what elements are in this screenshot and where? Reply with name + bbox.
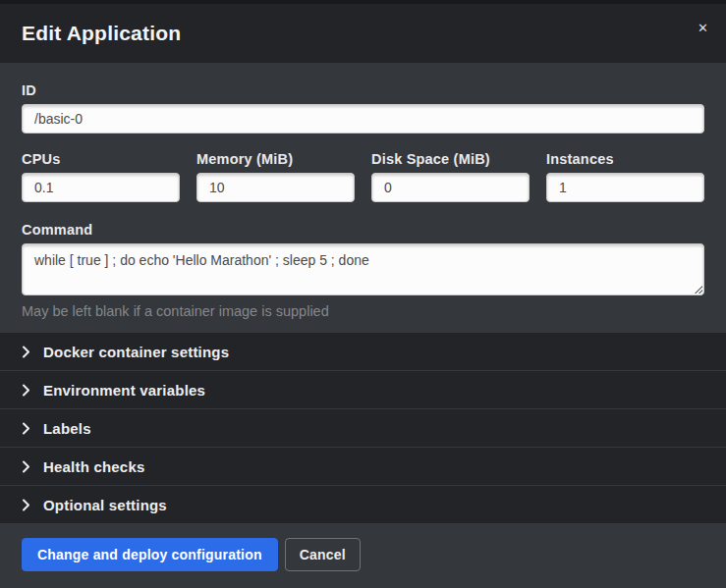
section-label: Optional settings <box>43 497 167 513</box>
section-environment-variables[interactable]: Environment variables <box>0 370 726 408</box>
disk-space-label: Disk Space (MiB) <box>371 151 530 167</box>
modal-footer: Change and deploy configuration Cancel <box>0 523 726 588</box>
form-area: ID CPUs Memory (MiB) Disk Space (MiB) In… <box>0 63 726 333</box>
collapsible-sections: Docker container settings Environment va… <box>0 333 726 523</box>
cancel-button[interactable]: Cancel <box>285 538 361 571</box>
command-label: Command <box>22 222 704 238</box>
instances-label: Instances <box>546 151 704 167</box>
cpus-input[interactable] <box>22 173 180 202</box>
section-health-checks[interactable]: Health checks <box>0 447 726 485</box>
chevron-right-icon <box>22 460 30 473</box>
section-optional-settings[interactable]: Optional settings <box>0 485 726 523</box>
edit-application-modal: Edit Application ✕ ID CPUs Memory (MiB) … <box>0 4 726 588</box>
section-labels[interactable]: Labels <box>0 408 726 447</box>
command-textarea-wrap: while [ true ] ; do echo 'Hello Marathon… <box>22 243 704 295</box>
memory-input[interactable] <box>196 173 355 202</box>
section-label: Labels <box>43 420 91 437</box>
section-label: Environment variables <box>43 382 205 399</box>
instances-input[interactable] <box>546 173 704 202</box>
cpus-label: CPUs <box>22 151 180 167</box>
id-label: ID <box>22 82 704 98</box>
cpus-field-group: CPUs <box>22 151 180 202</box>
resources-row: CPUs Memory (MiB) Disk Space (MiB) Insta… <box>22 151 704 202</box>
id-field-group: ID <box>22 82 704 134</box>
chevron-right-icon <box>22 499 30 511</box>
section-label: Health checks <box>43 458 144 475</box>
instances-field-group: Instances <box>546 151 704 202</box>
modal-title: Edit Application <box>22 22 181 45</box>
disk-space-input[interactable] <box>371 173 530 202</box>
memory-label: Memory (MiB) <box>196 151 355 167</box>
command-textarea[interactable]: while [ true ] ; do echo 'Hello Marathon… <box>22 243 704 295</box>
memory-field-group: Memory (MiB) <box>196 151 355 202</box>
id-input[interactable] <box>22 104 704 134</box>
change-and-deploy-button[interactable]: Change and deploy configuration <box>22 538 278 571</box>
chevron-right-icon <box>22 346 30 358</box>
command-help-text: May be left blank if a container image i… <box>22 303 704 319</box>
section-label: Docker container settings <box>43 344 229 360</box>
disk-space-field-group: Disk Space (MiB) <box>371 151 530 202</box>
chevron-right-icon <box>22 384 30 397</box>
modal-header: Edit Application ✕ <box>0 4 726 63</box>
chevron-right-icon <box>22 422 30 435</box>
close-icon[interactable]: ✕ <box>694 18 712 38</box>
command-field-group: Command while [ true ] ; do echo 'Hello … <box>22 222 704 319</box>
section-docker-container-settings[interactable]: Docker container settings <box>0 333 726 370</box>
